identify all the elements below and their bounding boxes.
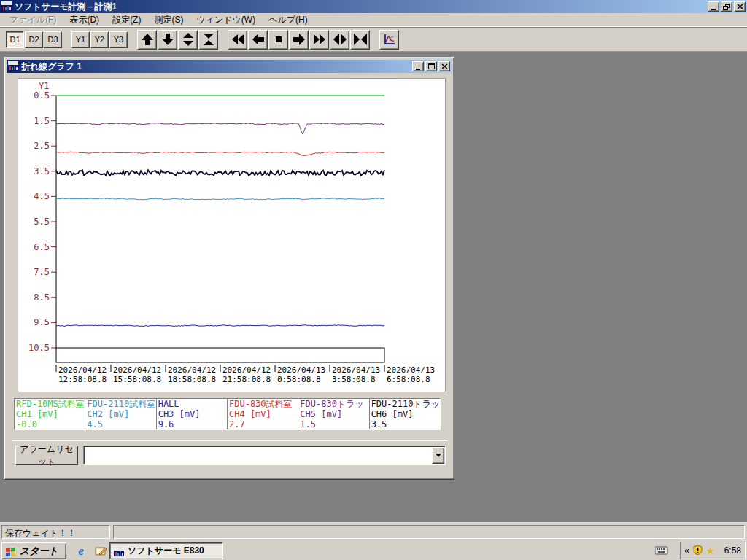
svg-text:2026/04/13: 2026/04/13 (332, 365, 380, 375)
legend-cell-ch1: RFD-10MS試料室CH1 [mV]-0.0 (15, 399, 85, 429)
fast-forward-button[interactable] (309, 30, 329, 50)
graph-maximize-button[interactable] (425, 61, 437, 71)
restore-icon (723, 4, 730, 10)
tray-chevron[interactable]: « (684, 545, 689, 556)
double-left-icon (231, 32, 245, 47)
channel-legend-table: RFD-10MS試料室CH1 [mV]-0.0FDU-2110試料室CH2 [m… (14, 398, 441, 430)
toolbar-button-d3[interactable]: D3 (44, 31, 62, 48)
menu-item-0: ファイル(F) (3, 12, 63, 28)
restore-button[interactable] (721, 1, 732, 12)
svg-text:18:58:08.8: 18:58:08.8 (168, 375, 216, 384)
stop-button[interactable] (268, 30, 288, 50)
scroll-up-button[interactable] (137, 30, 157, 50)
toolbar-group-scroll (137, 30, 219, 50)
toolbar-button-y1[interactable]: Y1 (71, 31, 90, 48)
toolbar-group-playback (228, 30, 371, 50)
fast-rewind-button[interactable] (228, 30, 247, 50)
line-chart: Y10.51.52.53.54.55.56.57.58.59.510.52026… (18, 79, 445, 392)
task-button-softthermo[interactable]: ソフトサーモ E830 (109, 542, 223, 559)
graph-settings-button[interactable] (379, 30, 399, 50)
expand-vertical-icon (181, 32, 196, 47)
keyboard-language-icon[interactable] (655, 545, 668, 557)
alarm-combo-box[interactable] (83, 446, 446, 465)
menu-item-2[interactable]: 設定(Z) (106, 12, 147, 28)
chart-panel: Y10.51.52.53.54.55.56.57.58.59.510.52026… (18, 78, 446, 392)
windows-logo-icon (5, 546, 17, 556)
expand-horizontal-button[interactable] (330, 30, 349, 50)
toolbar-button-d2[interactable]: D2 (25, 31, 43, 48)
svg-text:6:58:08.8: 6:58:08.8 (387, 375, 430, 384)
legend-cell-ch3: HALLCH3 [mV]9.6 (157, 399, 228, 429)
legend-cell-ch4: FDU-830試料室CH4 [mV]2.7 (228, 399, 298, 429)
status-message: 保存ウェイト！！ (5, 528, 76, 538)
left-arrow-icon (251, 32, 266, 47)
step-left-button[interactable] (248, 30, 268, 50)
svg-text:9.5: 9.5 (34, 317, 50, 327)
minimize-button[interactable] (708, 1, 719, 12)
svg-text:2026/04/12: 2026/04/12 (168, 365, 216, 375)
menu-bar: ファイル(F)表示(D)設定(Z)測定(S)ウィンドウ(W)ヘルプ(H) (0, 13, 747, 27)
status-bar: 保存ウェイト！！ (0, 522, 747, 540)
toolbar-button-y3[interactable]: Y3 (109, 31, 128, 48)
close-button[interactable] (734, 1, 746, 12)
double-right-icon (312, 32, 327, 47)
svg-text:2026/04/12: 2026/04/12 (222, 365, 271, 375)
scroll-down-button[interactable] (158, 30, 177, 50)
svg-text:2026/04/12: 2026/04/12 (113, 365, 161, 375)
svg-text:21:58:08.8: 21:58:08.8 (222, 375, 271, 384)
menu-item-1[interactable]: 表示(D) (63, 12, 106, 28)
graph-icon (382, 32, 397, 47)
main-title-bar: ソフトサーモ計測－計測1 (0, 0, 747, 13)
svg-text:2026/04/12: 2026/04/12 (58, 365, 107, 375)
maximize-icon (428, 63, 435, 69)
svg-text:0.5: 0.5 (34, 90, 50, 101)
svg-text:10.5: 10.5 (28, 343, 50, 353)
toolbar-group-graph (379, 30, 400, 50)
app-icon (1, 1, 12, 13)
compress-horizontal-icon (353, 32, 368, 47)
star-tray-icon[interactable]: ★ (706, 545, 715, 556)
desktop-screen: ソフトサーモ計測－計測1 ファイル(F)表示(D)設定(Z)測定(S)ウィンドウ… (0, 0, 747, 560)
chevron-down-icon (436, 454, 441, 457)
internet-explorer-icon[interactable]: e (74, 545, 88, 558)
alarm-reset-button[interactable]: アラームリセット (15, 446, 78, 465)
svg-text:4.5: 4.5 (34, 191, 50, 201)
menu-item-4[interactable]: ウィンドウ(W) (190, 12, 262, 28)
task-button-label: ソフトサーモ E830 (128, 545, 204, 557)
security-shield-icon[interactable] (693, 545, 703, 557)
toolbar: D1D2D3 Y1Y2Y3 (0, 28, 747, 52)
show-desktop-icon[interactable] (94, 545, 107, 558)
compress-vertical-icon (201, 32, 216, 47)
window-title: ソフトサーモ計測－計測1 (15, 1, 706, 13)
graph-window-title: 折れ線グラフ 1 (21, 61, 411, 73)
graph-close-button[interactable] (438, 61, 450, 71)
step-right-button[interactable] (289, 30, 309, 50)
combo-dropdown-button[interactable] (432, 447, 444, 464)
minimize-icon (711, 9, 716, 10)
graph-minimize-button[interactable] (412, 61, 424, 71)
expand-vertical-button[interactable] (178, 30, 198, 50)
legend-cell-ch6: FDU-2110トラッCH6 [mV]3.5 (370, 399, 440, 429)
toolbar-button-d1[interactable]: D1 (6, 31, 24, 48)
svg-text:7.5: 7.5 (34, 267, 50, 277)
compress-horizontal-button[interactable] (350, 30, 370, 50)
svg-text:1.5: 1.5 (34, 116, 50, 126)
combo-field[interactable] (83, 446, 446, 465)
toolbar-group-d: D1D2D3 (6, 31, 63, 48)
menu-item-3[interactable]: 測定(S) (147, 12, 190, 28)
start-button[interactable]: スタート (1, 542, 66, 559)
minimize-icon (416, 69, 420, 70)
legend-cell-ch5: FDU-830トラッCH5 [mV]1.5 (298, 399, 369, 429)
graph-window: 折れ線グラフ 1 Y10.51.52.53.54.55.56.57.58.59.… (4, 57, 454, 480)
expand-horizontal-icon (333, 32, 347, 47)
svg-text:15:58:08.8: 15:58:08.8 (113, 375, 161, 384)
toolbar-button-y2[interactable]: Y2 (90, 31, 109, 48)
stop-icon (271, 32, 286, 47)
status-empty-panel (113, 525, 745, 539)
compress-vertical-button[interactable] (198, 30, 218, 50)
task-app-icon (114, 546, 124, 556)
menu-item-5[interactable]: ヘルプ(H) (262, 12, 314, 28)
svg-text:2.5: 2.5 (34, 141, 50, 151)
svg-text:6.5: 6.5 (34, 242, 50, 252)
svg-text:12:58:08.8: 12:58:08.8 (58, 375, 107, 384)
